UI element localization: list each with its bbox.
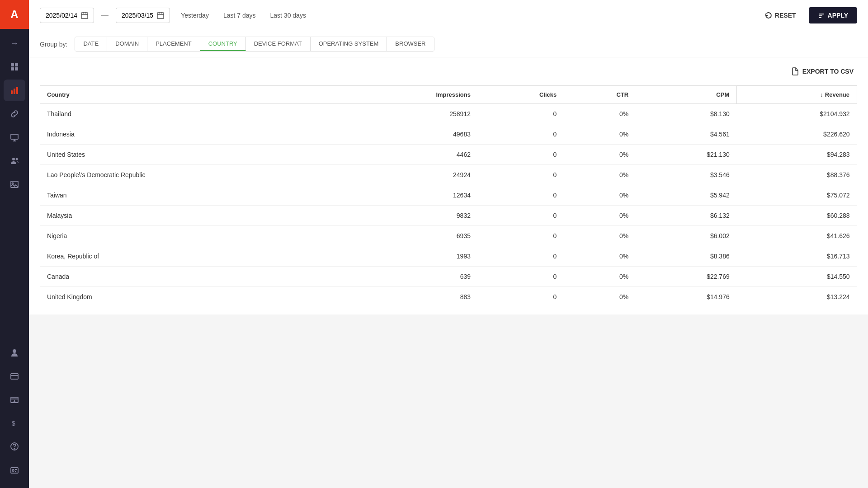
date-to-value: 2025/03/15 [122,12,153,19]
cell-country: Indonesia [40,124,345,145]
sidebar-item-users[interactable] [4,150,25,172]
tab-domain[interactable]: DOMAIN [107,37,147,51]
svg-rect-1 [15,63,18,66]
tab-browser[interactable]: BROWSER [387,37,434,51]
cell-revenue: $41.626 [737,226,857,246]
cell-clicks: 0 [478,104,564,124]
content-inner: EXPORT TO CSV Country Impressions Clicks… [29,57,868,314]
tab-operating-system[interactable]: OPERATING SYSTEM [311,37,387,51]
cell-impressions: 6935 [345,226,478,246]
logo[interactable]: A [0,0,29,29]
calendar-icon-from [81,12,88,19]
cell-clicks: 0 [478,206,564,226]
col-header-ctr[interactable]: CTR [564,86,636,104]
sidebar-item-dashboard[interactable] [4,56,25,78]
cell-cpm: $22.769 [636,267,737,287]
cell-country: Lao People\'s Democratic Republic [40,165,345,185]
cell-revenue: $2104.932 [737,104,857,124]
groupby-bar: Group by: DATE DOMAIN PLACEMENT COUNTRY … [29,31,868,57]
cell-revenue: $94.283 [737,145,857,165]
cell-country: United States [40,145,345,165]
cell-cpm: $3.546 [636,165,737,185]
cell-clicks: 0 [478,145,564,165]
col-header-revenue[interactable]: ↓Revenue [737,86,857,104]
cell-impressions: 12634 [345,185,478,206]
sidebar-item-id[interactable] [4,459,25,481]
topbar: 2025/02/14 — 2025/03/15 Yesterday Last 7… [29,0,868,31]
svg-rect-3 [15,67,18,70]
tab-country[interactable]: COUNTRY [200,37,246,51]
reset-button[interactable]: RESET [760,8,802,23]
cell-country: Korea, Republic of [40,246,345,267]
svg-rect-21 [157,13,164,19]
table-row: Lao People\'s Democratic Republic 24924 … [40,165,857,185]
cell-ctr: 0% [564,267,636,287]
tab-device-format[interactable]: DEVICE FORMAT [246,37,311,51]
yesterday-button[interactable]: Yesterday [177,9,212,22]
table-row: Nigeria 6935 0 0% $6.002 $41.626 [40,226,857,246]
col-header-impressions[interactable]: Impressions [345,86,478,104]
cell-impressions: 883 [345,287,478,307]
apply-button[interactable]: APPLY [809,7,857,23]
col-header-cpm[interactable]: CPM [636,86,737,104]
svg-rect-7 [11,134,18,139]
cell-cpm: $8.130 [636,104,737,124]
table-row: Malaysia 9832 0 0% $6.132 $60.288 [40,206,857,226]
cell-cpm: $14.976 [636,287,737,307]
svg-rect-5 [14,89,15,94]
cell-ctr: 0% [564,124,636,145]
col-header-clicks[interactable]: Clicks [478,86,564,104]
cell-ctr: 0% [564,185,636,206]
last-30-days-button[interactable]: Last 30 days [267,9,310,22]
cell-cpm: $5.942 [636,185,737,206]
svg-text:$: $ [12,420,15,427]
sidebar-item-analytics[interactable] [4,80,25,101]
cell-ctr: 0% [564,226,636,246]
svg-rect-20 [81,13,88,19]
export-csv-button[interactable]: EXPORT TO CSV [788,65,857,78]
cell-ctr: 0% [564,206,636,226]
sidebar-item-help[interactable] [4,436,25,457]
cell-cpm: $8.386 [636,246,737,267]
groupby-label: Group by: [40,41,67,48]
sidebar-item-add-payment[interactable] [4,389,25,410]
sidebar-item-money[interactable]: $ [4,412,25,434]
table-row: Taiwan 12634 0 0% $5.942 $75.072 [40,185,857,206]
tab-placement[interactable]: PLACEMENT [147,37,200,51]
cell-impressions: 9832 [345,206,478,226]
cell-cpm: $21.130 [636,145,737,165]
cell-clicks: 0 [478,165,564,185]
sidebar-item-arrow[interactable]: → [4,33,25,54]
date-to-input[interactable]: 2025/03/15 [116,8,170,23]
cell-revenue: $14.550 [737,267,857,287]
cell-ctr: 0% [564,104,636,124]
cell-country: Nigeria [40,226,345,246]
cell-country: Taiwan [40,185,345,206]
sidebar-item-links[interactable] [4,103,25,125]
tab-date[interactable]: DATE [75,37,107,51]
date-from-input[interactable]: 2025/02/14 [40,8,94,23]
svg-point-9 [16,158,18,160]
sidebar-item-billing[interactable] [4,365,25,387]
cell-impressions: 639 [345,267,478,287]
svg-rect-13 [11,374,18,379]
apply-icon [818,12,825,19]
date-separator: — [101,11,108,19]
groupby-tabs: DATE DOMAIN PLACEMENT COUNTRY DEVICE FOR… [75,37,434,52]
cell-clicks: 0 [478,124,564,145]
table-row: Korea, Republic of 1993 0 0% $8.386 $16.… [40,246,857,267]
last-7-days-button[interactable]: Last 7 days [220,9,259,22]
sidebar-item-profile[interactable] [4,342,25,363]
col-header-country[interactable]: Country [40,86,345,104]
cell-impressions: 4462 [345,145,478,165]
sort-down-icon: ↓ [820,91,823,98]
svg-point-12 [13,349,16,353]
cell-clicks: 0 [478,246,564,267]
data-table: Country Impressions Clicks CTR CPM ↓Reve… [40,85,857,307]
svg-rect-6 [16,87,18,94]
export-icon [792,67,799,75]
cell-cpm: $4.561 [636,124,737,145]
cell-revenue: $60.288 [737,206,857,226]
sidebar-item-image[interactable] [4,174,25,195]
sidebar-item-display[interactable] [4,127,25,148]
